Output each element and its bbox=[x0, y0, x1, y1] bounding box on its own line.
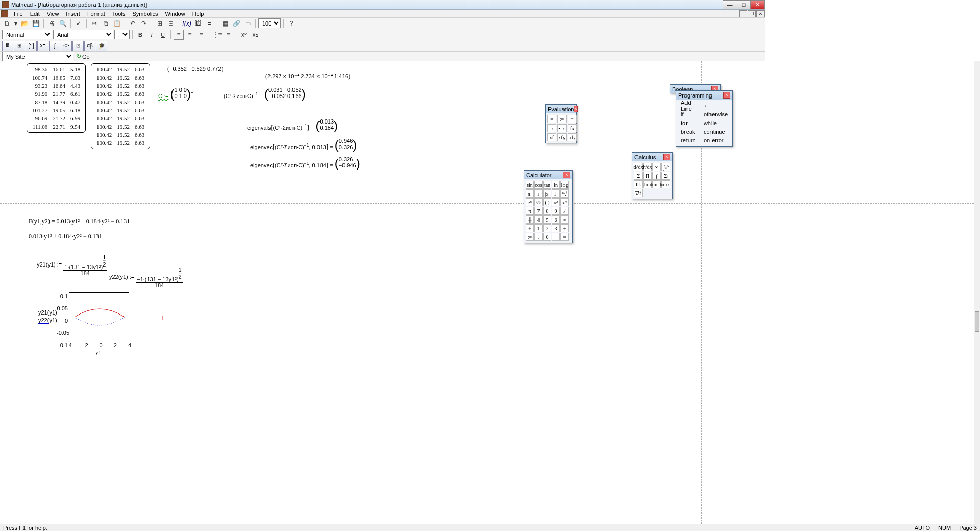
undo-icon[interactable]: ↶ bbox=[128, 18, 138, 29]
style-select[interactable]: Normal bbox=[2, 30, 52, 39]
menu-edit[interactable]: Edit bbox=[27, 10, 43, 17]
palette-button[interactable]: ⁿ√ bbox=[560, 189, 569, 198]
palette-button[interactable]: − bbox=[552, 233, 560, 241]
paste-icon[interactable]: 📋 bbox=[112, 18, 122, 29]
matrix-region-2[interactable]: 100.4219.526.63100.4219.526.63100.4219.5… bbox=[91, 63, 150, 151]
palette-button[interactable]: continue bbox=[701, 127, 731, 136]
palette-button[interactable]: sin bbox=[526, 181, 534, 189]
menu-insert[interactable]: Insert bbox=[62, 10, 84, 17]
palette-button[interactable]: ÷ bbox=[526, 224, 534, 232]
calculus-palette-icon[interactable]: ∫ bbox=[49, 41, 60, 51]
cut-icon[interactable]: ✂ bbox=[89, 18, 100, 29]
underline-icon[interactable]: U bbox=[158, 30, 168, 40]
math-y21[interactable]: y21(y1) := 1·(131 − 13y1²)12 184 bbox=[37, 254, 107, 276]
symbolic-palette-icon[interactable]: 🎓 bbox=[96, 41, 107, 51]
align-left-icon[interactable]: ≡ bbox=[174, 30, 184, 40]
palette-button[interactable]: log bbox=[560, 181, 569, 189]
palette-button[interactable]: •→ bbox=[557, 124, 567, 132]
math-eigenvec1[interactable]: eigenvec[(Cᵀ·Σисп·C)−1, 0.013] = (0.9460… bbox=[250, 138, 357, 152]
palette-button[interactable]: xʸ bbox=[560, 198, 569, 206]
palette-button[interactable]: ∫ bbox=[652, 172, 661, 180]
palette-button[interactable]: ≡ bbox=[568, 115, 577, 123]
calculator-palette[interactable]: Calculator× sincostanlnlogn!i|x|Γⁿ√eˣ¹⁄ₓ… bbox=[524, 170, 573, 243]
palette-close-icon[interactable]: × bbox=[723, 92, 730, 99]
palette-button[interactable]: xfᵧ bbox=[568, 133, 577, 141]
palette-button[interactable]: Add Line bbox=[678, 101, 701, 110]
greek-palette-icon[interactable]: αβ bbox=[84, 41, 95, 51]
minimize-button[interactable]: — bbox=[723, 0, 737, 9]
mdi-close[interactable]: × bbox=[756, 10, 765, 17]
palette-button[interactable]: = bbox=[547, 115, 556, 123]
menu-view[interactable]: View bbox=[43, 10, 63, 17]
palette-button[interactable]: return bbox=[678, 136, 701, 144]
align2-icon[interactable]: ⊟ bbox=[166, 18, 176, 29]
matrix-region-1[interactable]: 98.3616.615.18100.7418.857.0393.2316.644… bbox=[27, 63, 86, 135]
palette-button[interactable]: 3 bbox=[552, 224, 560, 232]
palette-button[interactable]: cos bbox=[534, 181, 543, 189]
palette-button[interactable]: → bbox=[547, 124, 556, 132]
evaluation-palette[interactable]: Evaluation× =:=≡→•→fxxfxfyxfᵧ bbox=[545, 104, 577, 143]
menu-window[interactable]: Window bbox=[162, 10, 189, 17]
palette-close-icon[interactable]: × bbox=[563, 172, 570, 178]
align-right-icon[interactable]: ≡ bbox=[196, 30, 206, 40]
palette-button[interactable]: 5 bbox=[543, 215, 551, 224]
save-icon[interactable]: 💾 bbox=[31, 18, 41, 29]
palette-button[interactable]: break bbox=[678, 127, 701, 136]
palette-button[interactable]: 2 bbox=[543, 224, 551, 232]
menu-help[interactable]: Help bbox=[189, 10, 208, 17]
palette-button[interactable]: = bbox=[560, 233, 569, 241]
palette-button[interactable]: ∇f bbox=[634, 189, 643, 197]
programming-palette-icon[interactable]: ⊡ bbox=[72, 41, 84, 51]
palette-button[interactable]: x² bbox=[552, 198, 560, 206]
size-select[interactable]: 10 bbox=[114, 30, 130, 39]
palette-button[interactable]: ( ) bbox=[543, 198, 551, 206]
palette-close-icon[interactable]: × bbox=[574, 106, 577, 112]
new-icon[interactable]: 🗋 bbox=[2, 18, 12, 29]
spell-icon[interactable]: ✓ bbox=[74, 18, 84, 29]
close-button[interactable]: ✕ bbox=[750, 0, 765, 9]
zoom-select[interactable]: 100% bbox=[258, 18, 281, 28]
palette-button[interactable]: 4 bbox=[534, 215, 543, 224]
palette-button[interactable]: Γ bbox=[552, 189, 560, 198]
subscript-icon[interactable]: x₂ bbox=[250, 30, 260, 40]
superscript-icon[interactable]: x² bbox=[239, 30, 249, 40]
maximize-button[interactable]: □ bbox=[737, 0, 751, 9]
document-area[interactable]: 98.3616.615.18100.7418.857.0393.2316.644… bbox=[0, 61, 765, 415]
palette-button[interactable]: tan bbox=[543, 181, 551, 189]
palette-button[interactable]: n! bbox=[526, 189, 534, 198]
palette-button[interactable]: if bbox=[678, 110, 701, 118]
palette-button[interactable]: ∞ bbox=[652, 163, 661, 171]
palette-button[interactable]: i bbox=[534, 189, 543, 198]
align-center-icon[interactable]: ≡ bbox=[185, 30, 195, 40]
palette-button[interactable]: ln bbox=[552, 181, 560, 189]
math-ctsc-inv[interactable]: (Cᵀ·Σисп·C)−1 = (0.031 −0.052−0.052 0.16… bbox=[224, 87, 306, 101]
menu-tools[interactable]: Tools bbox=[109, 10, 129, 17]
palette-button[interactable]: 0 bbox=[543, 233, 551, 241]
copy-icon[interactable]: ⧉ bbox=[101, 18, 111, 29]
graph-palette-icon[interactable]: ⊞ bbox=[14, 41, 25, 51]
math-y22[interactable]: y22(y1) := −1·(131 − 13y1²)12 184 bbox=[109, 267, 183, 288]
component-icon[interactable]: ▦ bbox=[220, 18, 230, 29]
palette-button[interactable]: xfy bbox=[557, 133, 567, 141]
font-select[interactable]: Arial bbox=[53, 30, 113, 39]
region-icon[interactable]: ▭ bbox=[242, 18, 253, 29]
math-f-def[interactable]: F(y1,y2) = 0.013·y1² + 0.184·y2² − 0.131 bbox=[29, 218, 130, 225]
menu-format[interactable]: Format bbox=[84, 10, 109, 17]
palette-button[interactable]: lim← bbox=[662, 180, 670, 188]
palette-button[interactable]: / bbox=[560, 207, 569, 215]
calc-icon[interactable]: = bbox=[204, 18, 214, 29]
palette-button[interactable]: Σ bbox=[634, 172, 643, 180]
evaluation-palette-icon[interactable]: x= bbox=[37, 41, 48, 51]
bold-icon[interactable]: B bbox=[135, 30, 145, 40]
palette-button[interactable]: eˣ bbox=[526, 198, 534, 206]
palette-close-icon[interactable]: × bbox=[663, 154, 670, 160]
palette-button[interactable]: xf bbox=[547, 133, 556, 141]
palette-button[interactable]: ╫ bbox=[526, 215, 534, 224]
palette-button[interactable]: otherwise bbox=[701, 110, 731, 118]
palette-button[interactable]: . bbox=[534, 233, 543, 241]
palette-button[interactable]: |x| bbox=[543, 189, 551, 198]
palette-button[interactable]: Πᵢ bbox=[634, 180, 643, 188]
palette-button[interactable]: while bbox=[701, 118, 731, 127]
unit-icon[interactable]: 🖾 bbox=[193, 18, 203, 29]
go-button[interactable]: ↻ Go bbox=[77, 53, 90, 60]
